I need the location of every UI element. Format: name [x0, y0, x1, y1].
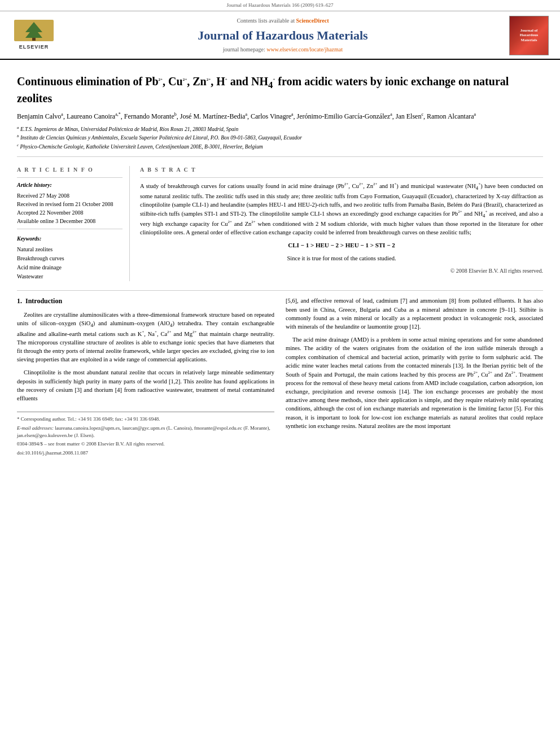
keywords-label: Keywords: [17, 235, 123, 243]
homepage-label: journal homepage: [223, 46, 265, 53]
right-para-2: The acid mine drainage (AMD) is a proble… [286, 335, 543, 430]
main-right-column: [5,6], and effective removal of lead, ca… [286, 296, 543, 458]
journal-top-line: Journal of Hazardous Materials 166 (2009… [0, 0, 560, 11]
article-info-abstract-section: A R T I C L E I N F O Article history: R… [17, 163, 543, 281]
abstract-divider [140, 177, 543, 178]
email-footnote: E-mail addresses: laureana.canoira.lopez… [17, 425, 274, 439]
main-left-column: 1. Introduction Zeolites are crystalline… [17, 296, 274, 458]
section-number: 1. [17, 297, 22, 305]
abstract-copyright: © 2008 Elsevier B.V. All rights reserved… [140, 267, 543, 275]
homepage-line: journal homepage: www.elsevier.com/locat… [62, 46, 504, 54]
journal-header: ELSEVIER Contents lists available at Sci… [0, 11, 560, 60]
article-info-column: A R T I C L E I N F O Article history: R… [17, 166, 130, 281]
abstract-text: A study of breakthrough curves for catio… [140, 181, 543, 237]
contents-text: Contents lists available at [237, 18, 294, 24]
keyword-2: Breakthrough curves [17, 254, 123, 263]
article-title: Continuous elimination of Pb2+, Cu2+, Zn… [17, 74, 543, 106]
divider [17, 177, 123, 178]
sciencedirect-line: Contents lists available at ScienceDirec… [62, 17, 504, 25]
journal-title: Journal of Hazardous Materials [62, 27, 504, 45]
abstract-formula: CLI − 1 > HEU − 2 > HEU − 1 > STI − 2 [140, 241, 543, 250]
intro-para-2: Clinoptilolite is the most abundant natu… [17, 368, 274, 403]
divider2 [17, 229, 123, 229]
title-section: Continuous elimination of Pb2+, Cu2+, Zn… [17, 65, 543, 158]
page-wrapper: Journal of Hazardous Materials 166 (2009… [0, 0, 560, 747]
sciencedirect-link[interactable]: ScienceDirect [296, 18, 329, 24]
footnote-area: * Corresponding author. Tel.: +34 91 336… [17, 412, 274, 456]
abstract-column: A B S T R A C T A study of breakthrough … [140, 166, 543, 281]
main-content: 1. Introduction Zeolites are crystalline… [17, 290, 543, 458]
abstract-since-text: Since it is true for most of the cations… [140, 255, 543, 263]
elsevier-label: ELSEVIER [19, 43, 49, 51]
homepage-url[interactable]: www.elsevier.com/locate/jhazmat [266, 46, 343, 53]
elsevier-logo: ELSEVIER [11, 20, 56, 51]
intro-para-1: Zeolites are crystalline aluminosilicate… [17, 311, 274, 364]
revised-date: Received in revised form 21 October 2008 [17, 200, 123, 208]
journal-volume-text: Journal of Hazardous Materials 166 (2009… [227, 2, 334, 8]
article-info-label: A R T I C L E I N F O [17, 166, 123, 174]
keyword-3: Acid mine drainage [17, 263, 123, 272]
received-date: Received 27 May 2008 [17, 191, 123, 200]
article-body: Continuous elimination of Pb2+, Cu2+, Zn… [0, 60, 560, 464]
affiliation-b: b Instituto de Ciencias Químicas y Ambie… [17, 133, 543, 142]
affiliations: a E.T.S. Ingenieros de Minas, Universida… [17, 125, 543, 151]
keyword-4: Wastewater [17, 272, 123, 281]
hazmat-thumb-text: Journal ofHazardousMaterials [520, 28, 539, 42]
available-date: Available online 3 December 2008 [17, 217, 123, 225]
abstract-label: A B S T R A C T [140, 166, 543, 174]
history-label: Article history: [17, 181, 123, 189]
doi-footnote: doi:10.1016/j.jhazmat.2008.11.087 [17, 449, 274, 457]
affiliation-a: a E.T.S. Ingenieros de Minas, Universida… [17, 125, 543, 133]
journal-thumbnail: Journal ofHazardousMaterials [509, 16, 549, 55]
header-center: Contents lists available at ScienceDirec… [56, 17, 509, 54]
author-list: Benjamin Calvoa, Laureano Canoiraa,*, Fe… [17, 111, 543, 121]
intro-heading: 1. Introduction [17, 296, 274, 306]
keyword-1: Natural zeolites [17, 245, 123, 254]
affiliation-c: c Physico-Chemische Geologie, Katholieke… [17, 142, 543, 151]
elsevier-tree-icon [14, 20, 54, 42]
issn-footnote: 0304-3894/$ – see front matter © 2008 El… [17, 440, 274, 448]
corresponding-footnote: * Corresponding author. Tel.: +34 91 336… [17, 416, 274, 423]
svg-rect-2 [32, 38, 36, 41]
right-para-1: [5,6], and effective removal of lead, ca… [286, 296, 543, 331]
accepted-date: Accepted 22 November 2008 [17, 208, 123, 217]
